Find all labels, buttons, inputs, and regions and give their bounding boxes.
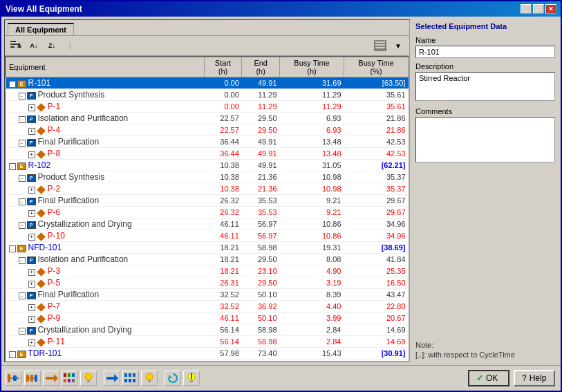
multi-icon2[interactable] — [122, 371, 139, 386]
ok-button[interactable]: ✓ OK — [468, 370, 509, 386]
comments-textarea[interactable] — [415, 117, 555, 162]
table-row[interactable]: - E TDR-10157.9873.4015.43[30.91] — [6, 348, 409, 360]
cell-start: 56.14 — [204, 336, 242, 348]
cell-busy-h: 4.90 — [280, 265, 344, 277]
cell-equipment-name: - P Isolation and Purification — [6, 113, 205, 124]
table-row[interactable]: + P-1046.1156.9710.8634.96 — [6, 230, 409, 242]
cell-busy-pct: [38.69] — [344, 242, 409, 254]
cell-start: 18.21 — [204, 265, 242, 277]
table-row[interactable]: + P-422.5729.506.9321.86 — [6, 124, 409, 136]
cell-start: 22.57 — [204, 113, 242, 124]
cell-busy-pct: [63.50] — [344, 77, 409, 89]
table-row[interactable]: + P-526.3129.503.1916.50 — [6, 277, 409, 289]
cell-start: 26.32 — [204, 207, 242, 218]
cell-busy-h: 3.99 — [280, 312, 344, 324]
description-field-group: Description Stirred Reactor — [415, 62, 555, 103]
cell-busy-pct: 20.67 — [344, 312, 409, 324]
bulb-icon[interactable] — [80, 371, 97, 386]
bulb-icon2[interactable] — [141, 371, 158, 386]
table-row[interactable]: + P-626.3235.539.2129.67 — [6, 207, 409, 218]
cell-end: 58.98 — [242, 242, 280, 254]
table-row[interactable]: + P-836.4449.9113.4842.53 — [6, 148, 409, 160]
table-row[interactable]: - P Product Synthesis10.3821.3610.9835.3… — [6, 171, 409, 183]
table-row[interactable]: + P-946.1150.103.9920.67 — [6, 312, 409, 324]
cell-busy-pct: 21.86 — [344, 124, 409, 136]
svg-rect-36 — [129, 379, 131, 382]
grid-view-icon[interactable] — [372, 38, 388, 53]
table-row[interactable]: - P Final Purification32.5250.108.3943.4… — [6, 289, 409, 301]
sort-za-icon[interactable]: Z↓ — [44, 38, 60, 53]
cell-start: 26.31 — [204, 277, 242, 289]
table-row[interactable]: - E R-10210.3849.9131.05[62.21] — [6, 160, 409, 171]
refresh-icon[interactable] — [165, 371, 181, 386]
table-row[interactable]: - E R-1010.0049.9131.69[63.50] — [6, 77, 409, 89]
table-row[interactable]: - P Product Synthesis0.0011.2911.2935.61 — [6, 89, 409, 101]
table-row[interactable]: - P Isolation and Purification18.2129.50… — [6, 254, 409, 265]
svg-point-38 — [146, 373, 153, 380]
cell-start: 36.44 — [204, 136, 242, 148]
multi-reactor-icon[interactable] — [24, 371, 41, 386]
cell-start: 56.14 — [204, 324, 242, 336]
table-row[interactable]: + P-210.3821.3610.9835.37 — [6, 183, 409, 195]
sort-az-icon[interactable]: A↓ — [26, 38, 42, 53]
maximize-button[interactable]: □ — [533, 4, 544, 14]
sort-icon[interactable] — [8, 38, 24, 53]
svg-rect-19 — [64, 373, 66, 377]
cell-start: 46.11 — [204, 218, 242, 230]
table-row[interactable]: - P Final Purification36.4449.9113.4842.… — [6, 136, 409, 148]
cell-busy-pct: 16.50 — [344, 277, 409, 289]
cell-equipment-name: - E TDR-101 — [6, 348, 205, 360]
svg-rect-35 — [124, 379, 127, 382]
arrow-right-icon[interactable] — [43, 371, 59, 386]
cell-end: 49.91 — [242, 136, 280, 148]
cell-start: 0.00 — [204, 101, 242, 113]
minimize-button[interactable]: _ — [521, 4, 532, 14]
name-input[interactable] — [415, 46, 555, 58]
multi-color-icon[interactable] — [62, 371, 78, 386]
cell-end: 49.91 — [242, 77, 280, 89]
svg-rect-30 — [106, 377, 114, 380]
note-label: Note: — [415, 341, 433, 349]
table-row[interactable]: - P Isolation and Purification22.5729.50… — [6, 113, 409, 124]
help-button[interactable]: ? Help — [514, 370, 555, 386]
table-row[interactable]: - P Crystallization and Drying56.1458.98… — [6, 324, 409, 336]
table-row[interactable]: - E NFD-10118.2158.9819.31[38.69] — [6, 242, 409, 254]
name-label: Name — [415, 36, 555, 44]
cell-busy-h: 15.43 — [280, 348, 344, 360]
cell-equipment-name: + P-11 — [6, 336, 205, 348]
svg-rect-17 — [46, 377, 54, 380]
tab-all-equipment[interactable]: All Equipment — [8, 23, 74, 35]
arrow-icon2[interactable] — [104, 371, 120, 386]
cell-busy-h: 10.98 — [280, 183, 344, 195]
comments-label: Comments — [415, 107, 555, 115]
cell-equipment-name: - P Final Purification — [6, 136, 205, 148]
info-bulb-icon[interactable]: i — [183, 371, 200, 386]
table-row[interactable]: - P Final Purification26.3235.539.2129.6… — [6, 195, 409, 207]
equipment-table[interactable]: Equipment Start(h) End(h) Busy Time(h) B… — [5, 56, 409, 362]
cell-busy-pct: 14.69 — [344, 336, 409, 348]
question-icon: ? — [522, 373, 527, 383]
close-button[interactable]: ✕ — [545, 4, 556, 14]
cell-equipment-name: - P Final Purification — [6, 195, 205, 207]
svg-rect-14 — [35, 375, 37, 382]
cell-end: 73.40 — [242, 348, 280, 360]
table-row[interactable]: + P-1156.1458.982.8414.69 — [6, 336, 409, 348]
cell-busy-pct: 25.35 — [344, 265, 409, 277]
flow-icon[interactable] — [6, 371, 22, 386]
col-start: Start(h) — [204, 57, 242, 77]
table-row[interactable]: - P Crystallization and Drying46.1156.97… — [6, 218, 409, 230]
cell-start: 18.21 — [204, 254, 242, 265]
cell-start: 0.00 — [204, 77, 242, 89]
toolbar: A↓ Z↓ | ▼ — [5, 36, 409, 56]
cell-busy-pct: 35.61 — [344, 89, 409, 101]
name-field-group: Name — [415, 36, 555, 58]
cell-equipment-name: - E R-101 — [6, 77, 205, 89]
cell-equipment-name: + P-7 — [6, 301, 205, 312]
dropdown-arrow[interactable]: ▼ — [390, 38, 406, 53]
table-row[interactable]: + P-318.2123.104.9025.35 — [6, 265, 409, 277]
table-row[interactable]: + P-732.5236.924.4022.80 — [6, 301, 409, 312]
description-textarea[interactable]: Stirred Reactor — [415, 72, 555, 101]
cell-start: 22.57 — [204, 124, 242, 136]
table-row[interactable]: + P-10.0011.2911.2935.61 — [6, 101, 409, 113]
cell-equipment-name: + P-9 — [6, 312, 205, 324]
